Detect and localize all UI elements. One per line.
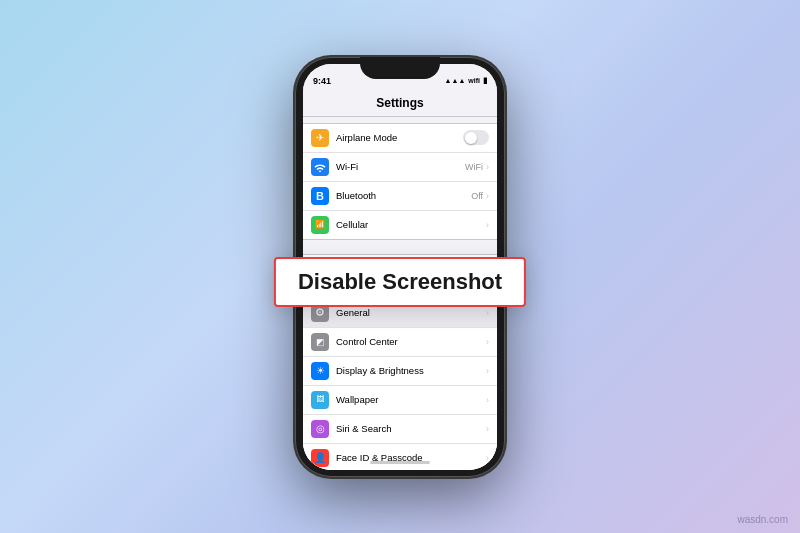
chevron-icon: › — [486, 220, 489, 230]
bluetooth-icon: B — [311, 187, 329, 205]
status-icons: ▲▲▲ wifi ▮ — [445, 76, 487, 85]
wifi-icon: wifi — [468, 77, 480, 84]
overlay-label: Disable Screenshot — [274, 257, 526, 307]
item-label: Cellular — [336, 219, 486, 230]
battery-icon: ▮ — [483, 76, 487, 85]
item-value: WiFi — [465, 162, 483, 172]
watermark: wasdn.com — [737, 514, 788, 525]
settings-section-1: ✈ Airplane Mode Wi-Fi WiFi › B Bluetooth… — [303, 123, 497, 240]
wifi-settings-icon — [311, 158, 329, 176]
faceid-icon: 👤 — [311, 449, 329, 467]
phone-wrapper: Disable Screenshot 9:41 ▲▲▲ wifi ▮ Setti… — [295, 57, 505, 477]
airplane-icon: ✈ — [311, 129, 329, 147]
list-item[interactable]: 👤 Face ID & Passcode › — [303, 444, 497, 470]
item-label: Airplane Mode — [336, 132, 463, 143]
cellular-icon: 📶 — [311, 216, 329, 234]
item-label: Siri & Search — [336, 423, 486, 434]
list-item[interactable]: ◎ Siri & Search › — [303, 415, 497, 444]
chevron-icon: › — [486, 337, 489, 347]
siri-icon: ◎ — [311, 420, 329, 438]
status-time: 9:41 — [313, 76, 331, 86]
list-item[interactable]: Wi-Fi WiFi › — [303, 153, 497, 182]
item-label: Display & Brightness — [336, 365, 486, 376]
controlcenter-icon: ◩ — [311, 333, 329, 351]
item-label: Wallpaper — [336, 394, 486, 405]
chevron-icon: › — [486, 308, 489, 318]
item-value: Off — [471, 191, 483, 201]
chevron-icon: › — [486, 191, 489, 201]
list-item[interactable]: 🖼 Wallpaper › — [303, 386, 497, 415]
display-icon: ☀ — [311, 362, 329, 380]
spacer-2 — [303, 240, 497, 254]
overlay-title: Disable Screenshot — [298, 269, 502, 294]
list-item[interactable]: B Bluetooth Off › — [303, 182, 497, 211]
signal-icon: ▲▲▲ — [445, 77, 466, 84]
airplane-toggle[interactable] — [463, 130, 489, 145]
list-item[interactable]: ☀ Display & Brightness › — [303, 357, 497, 386]
home-indicator — [370, 461, 430, 464]
item-label: Control Center — [336, 336, 486, 347]
list-item[interactable]: 📶 Cellular › — [303, 211, 497, 239]
chevron-icon: › — [486, 162, 489, 172]
item-label: Wi-Fi — [336, 161, 465, 172]
list-item[interactable]: ◩ Control Center › — [303, 328, 497, 357]
wallpaper-icon: 🖼 — [311, 391, 329, 409]
chevron-icon: › — [486, 366, 489, 376]
settings-section-3: ⚙ General › ◩ Control Center › ☀ Display… — [303, 298, 497, 470]
chevron-icon: › — [486, 424, 489, 434]
settings-header: Settings — [303, 92, 497, 117]
item-label: Bluetooth — [336, 190, 471, 201]
list-item: ✈ Airplane Mode — [303, 124, 497, 153]
chevron-icon: › — [486, 395, 489, 405]
chevron-icon: › — [486, 453, 489, 463]
phone-notch — [360, 57, 440, 79]
item-label: General — [336, 307, 486, 318]
